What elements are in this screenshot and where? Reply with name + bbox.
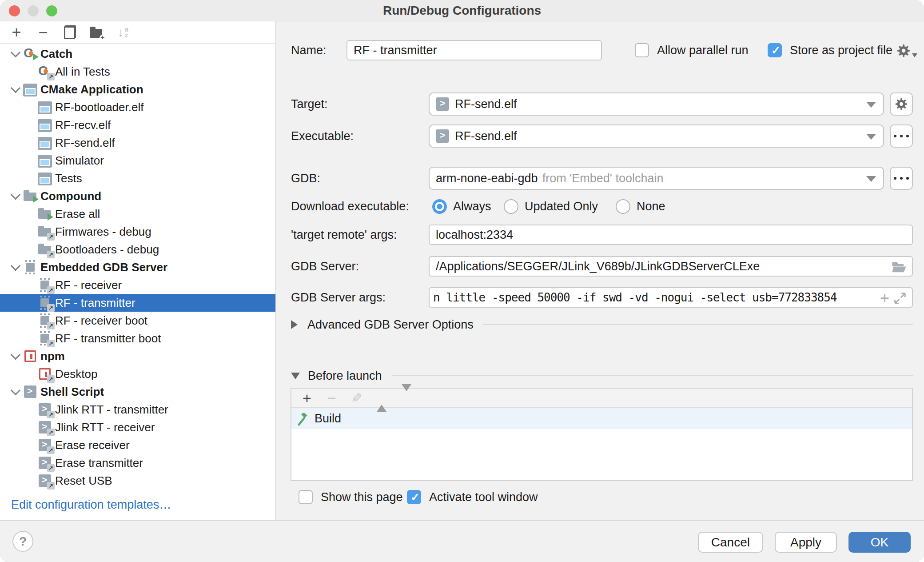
tree-item-label: Simulator: [55, 154, 104, 168]
chevron-down-icon[interactable]: [8, 87, 23, 92]
show-this-page-option[interactable]: Show this page: [299, 488, 403, 506]
tree-item-catch[interactable]: Catch: [0, 45, 275, 63]
tree-item-erase-receiver[interactable]: Erase receiver: [0, 436, 275, 454]
run-target-icon: [436, 129, 449, 143]
name-input[interactable]: RF - transmitter: [346, 40, 602, 60]
download-updated-only-radio[interactable]: [504, 199, 518, 214]
run-badge-icon: [47, 233, 55, 241]
remove-icon[interactable]: [36, 25, 50, 40]
move-up-icon[interactable]: [377, 391, 386, 412]
new-folder-icon[interactable]: [90, 26, 103, 38]
executable-select[interactable]: RF-send.elf: [429, 124, 884, 148]
chip-icon: [38, 296, 52, 310]
download-always-radio[interactable]: [432, 199, 447, 214]
chevron-down-icon[interactable]: [8, 52, 23, 56]
download-none-radio[interactable]: [616, 199, 630, 214]
chevron-down-icon[interactable]: [291, 373, 300, 379]
tree-item-erase-all[interactable]: Erase all: [0, 205, 275, 223]
cancel-button[interactable]: Cancel: [698, 532, 763, 553]
expand-field-icon[interactable]: [893, 292, 907, 305]
tree-item-bootloaders-debug[interactable]: Bootloaders - debug: [0, 241, 275, 258]
chevron-down-icon[interactable]: [8, 265, 23, 269]
folder-icon: [38, 242, 52, 257]
tree-item-rf-receiver[interactable]: RF - receiver: [0, 276, 275, 294]
folder-icon: [38, 225, 52, 239]
tree-item-label: RF - transmitter boot: [55, 332, 161, 345]
advanced-section-label[interactable]: Advanced GDB Server Options: [307, 318, 474, 332]
move-down-icon[interactable]: [402, 384, 411, 405]
allow-parallel-run-option[interactable]: Allow parallel run: [635, 42, 749, 58]
gdb-server-input[interactable]: /Applications/SEGGER/JLink_V689b/JLinkGD…: [429, 256, 913, 277]
store-options-gear[interactable]: [896, 42, 917, 58]
target-remote-args-input[interactable]: localhost:2334: [429, 225, 913, 245]
allow-parallel-run-checkbox[interactable]: [635, 43, 649, 57]
tree-item-jlink-rtt-receiver[interactable]: Jlink RTT - receiver: [0, 418, 275, 436]
tree-item-label: Tests: [55, 172, 82, 185]
tree-item-rf-transmitter[interactable]: RF - transmitter: [0, 294, 275, 312]
show-this-page-checkbox[interactable]: [299, 490, 313, 504]
copy-icon[interactable]: [64, 25, 76, 39]
edit-configuration-templates-link[interactable]: Edit configuration templates…: [11, 498, 171, 512]
sidebar-toolbar: [0, 21, 275, 44]
add-task-icon[interactable]: [301, 389, 313, 407]
gdb-server-args-input[interactable]: n little -speed 50000 -if swd -vd -nogui…: [429, 287, 913, 308]
tree-item-rf-send-elf[interactable]: RF-send.elf: [0, 134, 275, 152]
executable-browse-button[interactable]: [890, 124, 913, 148]
add-variable-icon[interactable]: +: [880, 289, 889, 308]
download-updated-only-label[interactable]: Updated Only: [525, 200, 598, 213]
run-badge-icon: [47, 482, 55, 490]
chevron-down-icon[interactable]: [8, 354, 23, 358]
gdb-select[interactable]: arm-none-eabi-gdb from 'Embed' toolchain: [429, 167, 884, 190]
tree-item-reset-usb[interactable]: Reset USB: [0, 472, 275, 490]
tree-item-desktop[interactable]: Desktop: [0, 365, 275, 383]
tree-item-jlink-rtt-transmitter[interactable]: Jlink RTT - transmitter: [0, 401, 275, 418]
tree-item-npm[interactable]: npm: [0, 347, 275, 365]
target-settings-button[interactable]: [890, 92, 913, 116]
target-select[interactable]: RF-send.elf: [429, 92, 884, 116]
tree-item-all-in-tests[interactable]: All in Tests: [0, 63, 275, 80]
tree-item-shell-script[interactable]: Shell Script: [0, 383, 275, 401]
chevron-down-icon[interactable]: [8, 389, 23, 394]
tree-item-embedded-gdb-server[interactable]: Embedded GDB Server: [0, 258, 275, 276]
gear-icon: [894, 97, 908, 111]
tree-item-simulator[interactable]: Simulator: [0, 152, 275, 169]
minimize-button[interactable]: [28, 5, 39, 16]
before-launch-label[interactable]: Before launch: [308, 369, 382, 383]
close-button[interactable]: [9, 5, 20, 16]
open-folder-icon[interactable]: [892, 261, 907, 274]
show-this-page-label: Show this page: [321, 490, 403, 504]
window-title: Run/Debug Configurations: [383, 4, 541, 18]
advanced-gdb-server-options-section[interactable]: Advanced GDB Server Options: [291, 316, 913, 333]
tree-item-rf-bootloader-elf[interactable]: RF-bootloader.elf: [0, 98, 275, 116]
download-none-label[interactable]: None: [637, 200, 665, 213]
tree-item-firmwares-debug[interactable]: Firmwares - debug: [0, 223, 275, 241]
apply-button[interactable]: Apply: [775, 532, 837, 553]
gdb-browse-button[interactable]: [890, 167, 913, 190]
download-always-label[interactable]: Always: [453, 200, 491, 213]
tree-item-compound[interactable]: Compound: [0, 187, 275, 205]
help-button[interactable]: ?: [12, 531, 33, 552]
store-as-project-file-checkbox[interactable]: [768, 43, 782, 57]
chevron-right-icon[interactable]: [291, 320, 298, 329]
tree-item-tests[interactable]: Tests: [0, 169, 275, 187]
add-icon[interactable]: [10, 25, 23, 40]
tree-item-erase-transmitter[interactable]: Erase transmitter: [0, 454, 275, 472]
tree-item-rf-receiver-boot[interactable]: RF - receiver boot: [0, 312, 275, 329]
tree-item-rf-transmitter-boot[interactable]: RF - transmitter boot: [0, 329, 275, 347]
tree-item-cmake-application[interactable]: CMake Application: [0, 80, 275, 98]
configuration-form: Name: RF - transmitter Allow parallel ru…: [276, 21, 924, 520]
tree-item-label: Erase transmitter: [55, 456, 143, 470]
zoom-button[interactable]: [46, 5, 57, 16]
activate-tool-window-checkbox[interactable]: [407, 490, 421, 504]
shell-icon: [38, 474, 52, 488]
before-launch-section[interactable]: Before launch: [291, 367, 913, 385]
tree-item-label: Jlink RTT - receiver: [55, 421, 155, 434]
chevron-down-icon[interactable]: [8, 194, 23, 198]
configurations-tree: CatchAll in TestsCMake ApplicationRF-boo…: [0, 45, 275, 490]
chevron-down-icon: [866, 102, 876, 108]
activate-tool-window-option[interactable]: Activate tool window: [407, 488, 538, 506]
titlebar: Run/Debug Configurations: [0, 0, 924, 21]
tree-item-rf-recv-elf[interactable]: RF-recv.elf: [0, 116, 275, 134]
store-as-project-file-option[interactable]: Store as project file: [768, 42, 892, 58]
ok-button[interactable]: OK: [848, 532, 911, 553]
